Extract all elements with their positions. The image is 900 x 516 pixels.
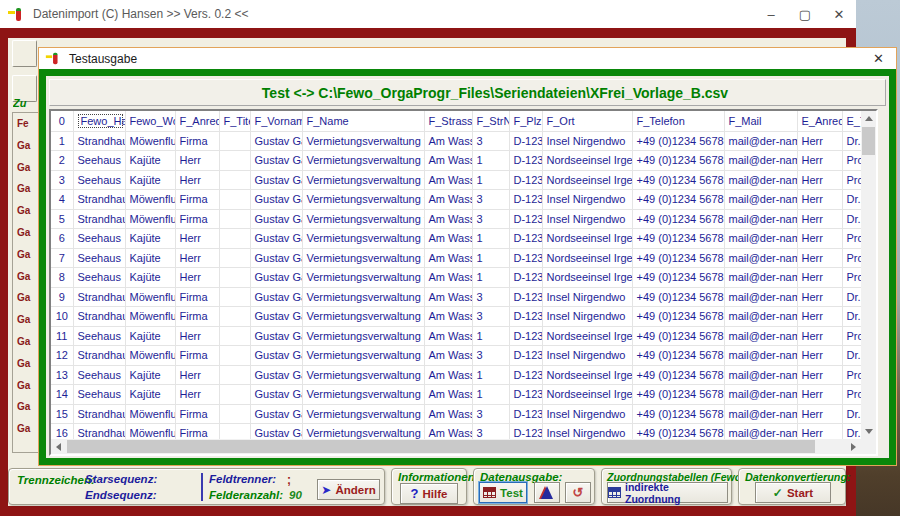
table-cell[interactable] [219,307,250,327]
table-cell[interactable]: Prof. D [842,326,861,346]
table-row[interactable]: 7SeehausKajüteHerrGustav GansVermietungs… [51,248,861,268]
scroll-right-icon[interactable] [846,439,861,454]
table-cell[interactable]: Möwenflug [125,209,175,229]
table-cell[interactable]: Prof. D [842,248,861,268]
start-button[interactable]: ✓ Start [755,482,831,503]
table-cell[interactable]: Gustav Gans [250,190,302,210]
table-cell[interactable]: Herr [797,151,842,171]
table-cell[interactable]: mail@der-name.de [724,229,797,249]
list-item[interactable]: Ga [13,222,40,244]
table-cell[interactable]: 3 [472,307,509,327]
table-row[interactable]: 8SeehausKajüteHerrGustav GansVermietungs… [51,268,861,288]
header-cell[interactable]: Fewo_Haus [73,111,125,131]
header-cell[interactable]: 0 [51,111,73,131]
table-cell[interactable]: Am Wasser [424,131,472,151]
table-cell[interactable]: Gustav Gans [250,229,302,249]
table-cell[interactable]: Strandhaus [73,209,125,229]
table-cell[interactable] [219,326,250,346]
table-cell[interactable]: Am Wasser [424,307,472,327]
table-cell[interactable]: D-1234 [509,248,542,268]
table-cell[interactable]: D-1234 [509,229,542,249]
table-cell[interactable]: Strandhaus [73,424,125,440]
table-cell[interactable]: Herr [175,365,219,385]
table-cell[interactable]: Vermietungsverwaltung vor Ort [302,365,424,385]
table-cell[interactable]: Herr [797,326,842,346]
table-cell[interactable]: +49 (0)1234 56789 123 [632,424,724,440]
table-cell[interactable]: Strandhaus [73,287,125,307]
table-cell[interactable]: 3 [472,131,509,151]
table-cell[interactable]: Seehaus [73,385,125,405]
close-icon[interactable]: ✕ [822,0,856,28]
table-cell[interactable]: Strandhaus [73,131,125,151]
table-row[interactable]: 10StrandhausMöwenflugFirmaGustav GansVer… [51,307,861,327]
table-cell[interactable]: Am Wasser [424,385,472,405]
table-cell[interactable]: Strandhaus [73,307,125,327]
table-cell[interactable] [219,404,250,424]
table-cell[interactable]: Vermietungsverwaltung vor Ort [302,209,424,229]
table-cell[interactable]: Firma [175,346,219,366]
arrow-button[interactable] [534,482,560,503]
table-cell[interactable]: D-1234 [509,424,542,440]
table-cell[interactable]: mail@der-name.de [724,346,797,366]
table-cell[interactable]: mail@der-name.de [724,287,797,307]
table-cell[interactable] [219,365,250,385]
table-cell[interactable] [219,151,250,171]
table-cell[interactable] [219,248,250,268]
table-cell[interactable]: D-1234 [509,170,542,190]
table-cell[interactable]: 3 [472,190,509,210]
table-cell[interactable]: +49 (0)1234 56789 123 [632,131,724,151]
table-cell[interactable]: Herr [175,170,219,190]
table-cell[interactable]: 13 [51,365,73,385]
table-cell[interactable]: +49 (0)1234 56789 123 [632,385,724,405]
table-cell[interactable]: Am Wasser [424,346,472,366]
list-item[interactable]: Ga [13,135,40,157]
table-cell[interactable]: Vermietungsverwaltung vor Ort [302,190,424,210]
table-cell[interactable]: Dr. [842,209,861,229]
table-cell[interactable]: Gustav Gans [250,307,302,327]
list-item[interactable]: Ga [13,353,40,375]
table-cell[interactable]: Firma [175,190,219,210]
table-cell[interactable]: Am Wasser [424,209,472,229]
table-cell[interactable]: 1 [472,326,509,346]
table-cell[interactable]: Kajüte [125,229,175,249]
table-cell[interactable]: Am Wasser [424,190,472,210]
table-cell[interactable]: Kajüte [125,151,175,171]
table-cell[interactable]: Insel Nirgendwo [542,404,632,424]
table-cell[interactable]: Firma [175,404,219,424]
list-item[interactable]: Ga [13,266,40,288]
table-cell[interactable]: +49 (0)1234 56789 123 [632,170,724,190]
table-cell[interactable] [219,170,250,190]
table-cell[interactable]: Am Wasser [424,248,472,268]
table-cell[interactable]: 14 [51,385,73,405]
table-cell[interactable]: Vermietungsverwaltung vor Ort [302,151,424,171]
table-cell[interactable]: 1 [51,131,73,151]
table-cell[interactable]: Dr. [842,307,861,327]
header-cell[interactable]: F_Plz [509,111,542,131]
table-cell[interactable]: Prof. D [842,170,861,190]
header-cell[interactable]: F_Vorname [250,111,302,131]
table-cell[interactable]: Insel Nirgendwo [542,307,632,327]
table-cell[interactable]: Gustav Gans [250,170,302,190]
table-cell[interactable]: mail@der-name.de [724,424,797,440]
table-cell[interactable]: Möwenflug [125,307,175,327]
table-cell[interactable]: mail@der-name.de [724,209,797,229]
table-cell[interactable]: Strandhaus [73,346,125,366]
table-row[interactable]: 3SeehausKajüteHerrGustav GansVermietungs… [51,170,861,190]
table-cell[interactable]: Seehaus [73,229,125,249]
main-titlebar[interactable]: Datenimport (C) Hansen >> Vers. 0.2 << –… [0,0,856,28]
table-cell[interactable]: mail@der-name.de [724,326,797,346]
table-cell[interactable]: Vermietungsverwaltung vor Ort [302,385,424,405]
table-cell[interactable]: Vermietungsverwaltung vor Ort [302,346,424,366]
table-cell[interactable]: Vermietungsverwaltung vor Ort [302,248,424,268]
table-cell[interactable]: Nordseeinsel Irgendwo [542,365,632,385]
indirekte-zuordnung-button[interactable]: indirekte Zuordnung [607,482,728,503]
table-cell[interactable]: Kajüte [125,365,175,385]
header-cell[interactable]: F_Ort [542,111,632,131]
table-cell[interactable]: Insel Nirgendwo [542,287,632,307]
table-cell[interactable]: 5 [51,209,73,229]
table-cell[interactable]: 9 [51,287,73,307]
table-cell[interactable]: Firma [175,424,219,440]
table-cell[interactable]: 3 [472,404,509,424]
table-cell[interactable]: Dr. [842,131,861,151]
table-cell[interactable]: Am Wasser [424,170,472,190]
